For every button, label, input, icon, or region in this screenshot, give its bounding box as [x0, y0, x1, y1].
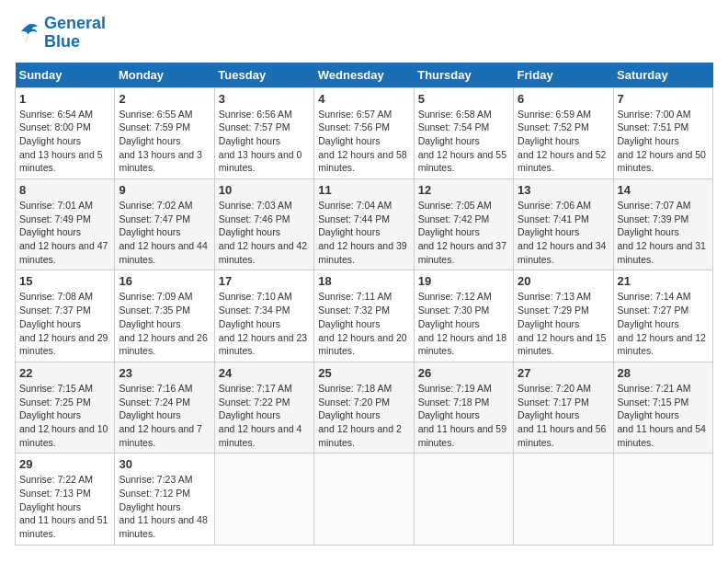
day-number: 3: [219, 92, 310, 106]
day-info: Sunrise: 7:11 AM Sunset: 7:32 PM Dayligh…: [318, 290, 409, 357]
col-header-wednesday: Wednesday: [314, 63, 414, 88]
day-number: 1: [19, 92, 110, 106]
day-number: 17: [219, 274, 310, 288]
calendar-cell: 23 Sunrise: 7:16 AM Sunset: 7:24 PM Dayl…: [115, 362, 214, 453]
day-number: 12: [418, 183, 509, 197]
calendar-cell: 30 Sunrise: 7:23 AM Sunset: 7:12 PM Dayl…: [115, 454, 214, 545]
day-info: Sunrise: 7:00 AM Sunset: 7:51 PM Dayligh…: [618, 108, 709, 175]
day-number: 19: [418, 274, 509, 288]
day-number: 15: [19, 274, 110, 288]
calendar-cell: 9 Sunrise: 7:02 AM Sunset: 7:47 PM Dayli…: [115, 179, 214, 270]
day-number: 8: [19, 183, 110, 197]
day-info: Sunrise: 7:13 AM Sunset: 7:29 PM Dayligh…: [518, 290, 609, 357]
calendar-cell: 15 Sunrise: 7:08 AM Sunset: 7:37 PM Dayl…: [16, 270, 115, 362]
calendar-cell: [314, 454, 414, 545]
day-number: 14: [618, 183, 709, 197]
calendar-cell: 11 Sunrise: 7:04 AM Sunset: 7:44 PM Dayl…: [314, 179, 414, 270]
day-info: Sunrise: 7:09 AM Sunset: 7:35 PM Dayligh…: [119, 290, 210, 357]
logo-text: General Blue: [44, 15, 106, 52]
day-number: 10: [219, 183, 310, 197]
col-header-tuesday: Tuesday: [214, 63, 313, 88]
day-number: 9: [119, 183, 210, 197]
day-info: Sunrise: 7:22 AM Sunset: 7:13 PM Dayligh…: [19, 473, 110, 540]
day-info: Sunrise: 7:17 AM Sunset: 7:22 PM Dayligh…: [219, 382, 310, 449]
day-info: Sunrise: 7:08 AM Sunset: 7:37 PM Dayligh…: [19, 290, 110, 357]
day-number: 4: [318, 92, 409, 106]
day-number: 16: [119, 274, 210, 288]
day-info: Sunrise: 6:54 AM Sunset: 8:00 PM Dayligh…: [19, 108, 110, 175]
day-number: 27: [518, 366, 609, 380]
calendar-cell: 14 Sunrise: 7:07 AM Sunset: 7:39 PM Dayl…: [613, 179, 712, 270]
day-number: 13: [518, 183, 609, 197]
calendar-cell: [613, 454, 712, 545]
day-info: Sunrise: 7:23 AM Sunset: 7:12 PM Dayligh…: [119, 473, 210, 540]
day-info: Sunrise: 7:16 AM Sunset: 7:24 PM Dayligh…: [119, 382, 210, 449]
calendar-cell: 13 Sunrise: 7:06 AM Sunset: 7:41 PM Dayl…: [514, 179, 613, 270]
calendar-cell: [414, 454, 513, 545]
day-number: 29: [19, 457, 110, 471]
calendar-cell: 10 Sunrise: 7:03 AM Sunset: 7:46 PM Dayl…: [214, 179, 313, 270]
day-number: 11: [318, 183, 409, 197]
calendar-cell: 18 Sunrise: 7:11 AM Sunset: 7:32 PM Dayl…: [314, 270, 414, 362]
calendar-cell: 29 Sunrise: 7:22 AM Sunset: 7:13 PM Dayl…: [16, 454, 115, 545]
day-info: Sunrise: 7:01 AM Sunset: 7:49 PM Dayligh…: [19, 199, 110, 266]
calendar-cell: 26 Sunrise: 7:19 AM Sunset: 7:18 PM Dayl…: [414, 362, 513, 453]
day-number: 24: [219, 366, 310, 380]
day-number: 20: [518, 274, 609, 288]
day-info: Sunrise: 7:04 AM Sunset: 7:44 PM Dayligh…: [318, 199, 409, 266]
calendar-cell: 5 Sunrise: 6:58 AM Sunset: 7:54 PM Dayli…: [414, 87, 513, 178]
calendar-cell: 20 Sunrise: 7:13 AM Sunset: 7:29 PM Dayl…: [514, 270, 613, 362]
day-info: Sunrise: 7:21 AM Sunset: 7:15 PM Dayligh…: [618, 382, 709, 449]
day-number: 18: [318, 274, 409, 288]
page-header: General Blue: [15, 15, 713, 52]
calendar-cell: 28 Sunrise: 7:21 AM Sunset: 7:15 PM Dayl…: [613, 362, 712, 453]
day-info: Sunrise: 6:56 AM Sunset: 7:57 PM Dayligh…: [219, 108, 310, 175]
day-number: 30: [119, 457, 210, 471]
day-number: 5: [418, 92, 509, 106]
calendar-cell: 3 Sunrise: 6:56 AM Sunset: 7:57 PM Dayli…: [214, 87, 313, 178]
logo: General Blue: [15, 15, 106, 52]
day-info: Sunrise: 7:12 AM Sunset: 7:30 PM Dayligh…: [418, 290, 509, 357]
day-info: Sunrise: 7:15 AM Sunset: 7:25 PM Dayligh…: [19, 382, 110, 449]
day-info: Sunrise: 7:18 AM Sunset: 7:20 PM Dayligh…: [318, 382, 409, 449]
calendar-table: SundayMondayTuesdayWednesdayThursdayFrid…: [15, 63, 713, 546]
col-header-friday: Friday: [514, 63, 613, 88]
col-header-sunday: Sunday: [16, 63, 115, 88]
calendar-cell: 21 Sunrise: 7:14 AM Sunset: 7:27 PM Dayl…: [613, 270, 712, 362]
calendar-cell: 24 Sunrise: 7:17 AM Sunset: 7:22 PM Dayl…: [214, 362, 313, 453]
day-number: 23: [119, 366, 210, 380]
day-info: Sunrise: 7:02 AM Sunset: 7:47 PM Dayligh…: [119, 199, 210, 266]
calendar-cell: 4 Sunrise: 6:57 AM Sunset: 7:56 PM Dayli…: [314, 87, 414, 178]
day-info: Sunrise: 7:05 AM Sunset: 7:42 PM Dayligh…: [418, 199, 509, 266]
calendar-cell: 27 Sunrise: 7:20 AM Sunset: 7:17 PM Dayl…: [514, 362, 613, 453]
calendar-cell: 1 Sunrise: 6:54 AM Sunset: 8:00 PM Dayli…: [16, 87, 115, 178]
day-info: Sunrise: 7:20 AM Sunset: 7:17 PM Dayligh…: [518, 382, 609, 449]
col-header-monday: Monday: [115, 63, 214, 88]
day-number: 22: [19, 366, 110, 380]
calendar-cell: 2 Sunrise: 6:55 AM Sunset: 7:59 PM Dayli…: [115, 87, 214, 178]
calendar-cell: 22 Sunrise: 7:15 AM Sunset: 7:25 PM Dayl…: [16, 362, 115, 453]
day-number: 7: [618, 92, 709, 106]
day-info: Sunrise: 7:06 AM Sunset: 7:41 PM Dayligh…: [518, 199, 609, 266]
col-header-thursday: Thursday: [414, 63, 513, 88]
calendar-cell: 8 Sunrise: 7:01 AM Sunset: 7:49 PM Dayli…: [16, 179, 115, 270]
calendar-cell: [214, 454, 313, 545]
day-info: Sunrise: 7:07 AM Sunset: 7:39 PM Dayligh…: [618, 199, 709, 266]
day-info: Sunrise: 7:19 AM Sunset: 7:18 PM Dayligh…: [418, 382, 509, 449]
day-info: Sunrise: 6:55 AM Sunset: 7:59 PM Dayligh…: [119, 108, 210, 175]
day-number: 2: [119, 92, 210, 106]
day-number: 6: [518, 92, 609, 106]
logo-icon: [15, 20, 40, 46]
calendar-cell: 25 Sunrise: 7:18 AM Sunset: 7:20 PM Dayl…: [314, 362, 414, 453]
day-info: Sunrise: 6:57 AM Sunset: 7:56 PM Dayligh…: [318, 108, 409, 175]
calendar-cell: [514, 454, 613, 545]
day-info: Sunrise: 6:59 AM Sunset: 7:52 PM Dayligh…: [518, 108, 609, 175]
day-info: Sunrise: 7:10 AM Sunset: 7:34 PM Dayligh…: [219, 290, 310, 357]
day-info: Sunrise: 7:03 AM Sunset: 7:46 PM Dayligh…: [219, 199, 310, 266]
calendar-cell: 16 Sunrise: 7:09 AM Sunset: 7:35 PM Dayl…: [115, 270, 214, 362]
calendar-cell: 6 Sunrise: 6:59 AM Sunset: 7:52 PM Dayli…: [514, 87, 613, 178]
day-info: Sunrise: 7:14 AM Sunset: 7:27 PM Dayligh…: [618, 290, 709, 357]
calendar-cell: 19 Sunrise: 7:12 AM Sunset: 7:30 PM Dayl…: [414, 270, 513, 362]
calendar-cell: 7 Sunrise: 7:00 AM Sunset: 7:51 PM Dayli…: [613, 87, 712, 178]
day-number: 25: [318, 366, 409, 380]
